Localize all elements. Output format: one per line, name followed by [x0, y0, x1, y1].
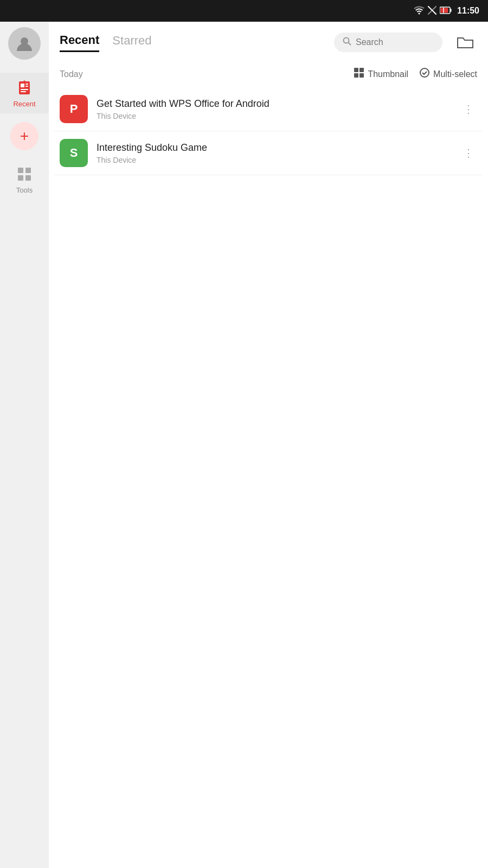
toolbar-actions: Thumbnail Multi-select [354, 67, 477, 81]
sidebar-tools-label: Tools [16, 186, 33, 194]
file-location-1: This Device [97, 112, 451, 120]
tab-starred[interactable]: Starred [112, 34, 151, 51]
file-list: P Get Started with WPS Office for Androi… [49, 87, 488, 868]
thumbnail-icon [354, 67, 364, 81]
svg-rect-11 [25, 86, 28, 87]
svg-rect-15 [18, 168, 23, 173]
file-location-2: This Device [97, 156, 451, 164]
svg-rect-21 [354, 68, 358, 72]
file-icon-wps: P [60, 95, 88, 123]
plus-icon: + [20, 129, 29, 144]
status-icons: 11:50 [414, 6, 479, 16]
svg-rect-10 [25, 84, 28, 85]
svg-rect-12 [21, 89, 28, 90]
multiselect-icon [419, 67, 430, 81]
svg-rect-22 [359, 68, 364, 72]
folder-button[interactable] [453, 30, 477, 54]
tabs: Recent Starred [60, 33, 323, 52]
toolbar: Today Thumbnail [49, 63, 488, 87]
svg-line-20 [349, 43, 351, 46]
signal-icon [428, 6, 436, 16]
status-time: 11:50 [457, 6, 479, 16]
wifi-icon [414, 6, 425, 16]
svg-rect-5 [441, 8, 448, 12]
thumbnail-label: Thumbnail [368, 69, 408, 79]
content-area: Recent Starred Today [49, 22, 488, 868]
avatar[interactable] [8, 27, 41, 60]
svg-point-19 [344, 38, 349, 43]
svg-rect-17 [18, 175, 23, 181]
battery-icon [440, 7, 452, 16]
file-info-2: Interesting Sudoku Game This Device [97, 142, 451, 164]
thumbnail-button[interactable]: Thumbnail [354, 67, 408, 81]
file-icon-sheet: S [60, 139, 88, 167]
search-bar[interactable] [334, 33, 442, 52]
svg-rect-9 [21, 84, 24, 87]
svg-rect-16 [25, 168, 31, 173]
svg-rect-23 [354, 73, 358, 78]
file-icon-text-1: P [70, 102, 78, 116]
file-icon-text-2: S [70, 146, 78, 160]
svg-rect-24 [359, 73, 364, 78]
file-info-1: Get Started with WPS Office for Android … [97, 98, 451, 120]
add-button[interactable]: + [10, 122, 38, 150]
file-item-1[interactable]: P Get Started with WPS Office for Androi… [54, 87, 483, 131]
sidebar-recent-label: Recent [13, 100, 35, 108]
svg-rect-4 [451, 9, 452, 12]
today-label: Today [60, 69, 83, 79]
sidebar-item-tools[interactable]: Tools [0, 159, 49, 200]
more-button-1[interactable]: ⋮ [460, 100, 477, 118]
multiselect-button[interactable]: Multi-select [419, 67, 477, 81]
file-item-2[interactable]: S Interesting Sudoku Game This Device ⋮ [54, 131, 483, 175]
multiselect-label: Multi-select [433, 69, 477, 79]
header: Recent Starred [49, 22, 488, 63]
tools-icon [15, 164, 34, 184]
search-input[interactable] [356, 37, 432, 47]
file-name-1: Get Started with WPS Office for Android [97, 98, 451, 110]
recent-icon [15, 78, 34, 98]
search-icon [343, 37, 351, 48]
sidebar: Recent + Tools [0, 22, 49, 868]
svg-point-25 [420, 68, 429, 77]
file-name-2: Interesting Sudoku Game [97, 142, 451, 154]
tab-recent[interactable]: Recent [60, 33, 99, 52]
more-button-2[interactable]: ⋮ [460, 144, 477, 162]
svg-rect-13 [21, 91, 26, 92]
sidebar-item-recent[interactable]: Recent [0, 73, 49, 113]
status-bar: 11:50 [0, 0, 488, 22]
svg-rect-18 [25, 175, 31, 181]
